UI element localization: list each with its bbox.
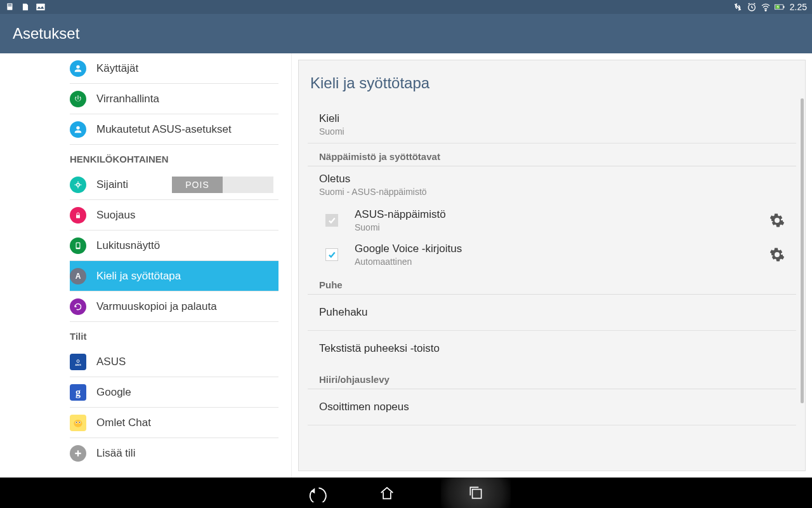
lock-icon <box>70 207 86 224</box>
tts-row[interactable]: Tekstistä puheeksi -toisto <box>308 331 796 366</box>
checkbox-icon[interactable] <box>325 248 338 261</box>
scrollbar[interactable] <box>801 98 804 403</box>
language-icon: A <box>70 268 86 284</box>
sidebar-item-asus-custom[interactable]: Mukautetut ASUS-asetukset <box>70 114 278 145</box>
notification-icon <box>5 2 15 12</box>
toggle-off-label: POIS <box>172 177 223 193</box>
sidebar-label: Kieli ja syöttötapa <box>96 270 181 283</box>
sidebar-label: ASUS <box>96 356 126 368</box>
gear-icon[interactable] <box>769 213 785 228</box>
asus-icon: ASUS <box>70 354 86 370</box>
section-keyboards: Näppäimistö ja syöttötavat <box>308 144 796 166</box>
google-icon: g <box>70 384 86 401</box>
detail-panel: Kieli ja syöttötapa Kieli Suomi Näppäimi… <box>298 60 806 471</box>
voice-search-row[interactable]: Puhehaku <box>308 295 796 331</box>
lockscreen-icon <box>70 237 86 254</box>
svg-rect-12 <box>76 215 80 218</box>
sidebar-item-security[interactable]: Suojaus <box>70 200 278 231</box>
default-row[interactable]: Oletus Suomi - ASUS-näppäimistö <box>308 166 796 203</box>
add-icon <box>70 445 86 462</box>
row-title: Kieli <box>319 112 785 125</box>
language-row[interactable]: Kieli Suomi <box>308 106 796 144</box>
keyboard-sub: Automaattinen <box>355 257 769 267</box>
sidebar[interactable]: Käyttäjät Virranhallinta Mukautetut ASUS… <box>0 53 292 478</box>
nav-bar <box>0 478 812 508</box>
sidebar-item-google[interactable]: g Google <box>70 377 278 408</box>
panel-title: Kieli ja syöttötapa <box>299 60 805 106</box>
row-title: Puhehaku <box>319 306 785 319</box>
sidebar-item-location[interactable]: Sijainti POIS <box>70 170 278 200</box>
vibrate-icon <box>733 2 743 12</box>
keyboard-name: Google Voice -kirjoitus <box>355 243 769 255</box>
sidebar-label: Virranhallinta <box>96 93 159 105</box>
sidebar-label: Varmuuskopioi ja palauta <box>96 300 217 313</box>
svg-rect-24 <box>473 490 481 498</box>
row-sub: Suomi <box>319 126 785 137</box>
svg-rect-23 <box>75 453 81 454</box>
header: Asetukset <box>0 14 812 53</box>
svg-text:ASUS: ASUS <box>75 364 81 366</box>
svg-rect-1 <box>8 4 12 4</box>
svg-point-20 <box>76 422 77 423</box>
row-sub: Suomi - ASUS-näppäimistö <box>319 187 785 197</box>
svg-point-9 <box>76 65 79 68</box>
backup-icon <box>70 298 86 315</box>
status-bar: 2.25 <box>0 0 812 14</box>
keyboard-name: ASUS-näppäimistö <box>355 208 769 221</box>
checkbox-disabled-icon <box>325 214 338 227</box>
alarm-icon <box>747 2 757 12</box>
page-title: Asetukset <box>13 25 79 43</box>
section-mouse: Hiiri/ohjauslevy <box>308 366 796 389</box>
sidebar-item-users[interactable]: Käyttäjät <box>70 53 278 84</box>
svg-point-15 <box>77 359 79 362</box>
sidebar-item-asus[interactable]: ASUS ASUS <box>70 347 278 377</box>
battery-icon <box>775 2 785 12</box>
svg-rect-7 <box>783 6 785 8</box>
svg-point-5 <box>765 10 766 11</box>
sidebar-label: Käyttäjät <box>96 62 138 75</box>
omlet-icon <box>70 415 86 431</box>
svg-rect-14 <box>77 243 80 247</box>
keyboard-item-asus[interactable]: ASUS-näppäimistö Suomi <box>308 203 796 237</box>
sidebar-label: Omlet Chat <box>96 417 151 429</box>
row-title: Oletus <box>319 173 785 185</box>
recent-apps-button[interactable] <box>441 478 511 508</box>
sidebar-item-backup[interactable]: Varmuuskopioi ja palauta <box>70 291 278 322</box>
pointer-speed-row[interactable]: Osoittimen nopeus <box>308 389 796 425</box>
location-toggle[interactable]: POIS <box>172 177 273 193</box>
row-title: Osoittimen nopeus <box>319 401 785 413</box>
sidebar-label: Suojaus <box>96 209 135 222</box>
status-time: 2.25 <box>790 2 807 12</box>
svg-point-21 <box>79 422 81 423</box>
user-icon <box>70 60 86 77</box>
image-icon <box>36 2 46 12</box>
wifi-icon <box>761 2 771 12</box>
gear-icon[interactable] <box>769 247 785 262</box>
sidebar-item-add-account[interactable]: Lisää tili <box>70 438 278 469</box>
sidebar-item-lockscreen[interactable]: Lukitusnäyttö <box>70 231 278 261</box>
svg-point-17 <box>74 420 82 427</box>
sidebar-label: Lisää tili <box>96 447 135 460</box>
sidebar-label: Google <box>96 386 131 399</box>
sidebar-label: Lukitusnäyttö <box>96 239 160 252</box>
sidebar-item-power[interactable]: Virranhallinta <box>70 84 278 114</box>
sidebar-label: Sijainti <box>96 178 128 191</box>
keyboard-sub: Suomi <box>355 222 769 232</box>
svg-rect-2 <box>8 6 12 6</box>
asus-user-icon <box>70 121 86 138</box>
sdcard-icon <box>20 2 30 12</box>
sidebar-item-language[interactable]: A Kieli ja syöttötapa <box>70 261 278 291</box>
toggle-on-side <box>223 177 273 193</box>
svg-point-11 <box>77 183 80 186</box>
location-icon <box>70 177 86 193</box>
section-accounts: Tilit <box>70 322 278 347</box>
sidebar-label: Mukautetut ASUS-asetukset <box>96 123 232 136</box>
section-speech: Puhe <box>308 272 796 295</box>
back-button[interactable] <box>301 478 333 508</box>
home-button[interactable] <box>371 478 403 508</box>
scrollbar-thumb[interactable] <box>801 98 804 403</box>
row-title: Tekstistä puheeksi -toisto <box>319 342 785 355</box>
keyboard-item-google-voice[interactable]: Google Voice -kirjoitus Automaattinen <box>308 237 796 272</box>
power-icon <box>70 91 86 107</box>
sidebar-item-omlet[interactable]: Omlet Chat <box>70 408 278 438</box>
